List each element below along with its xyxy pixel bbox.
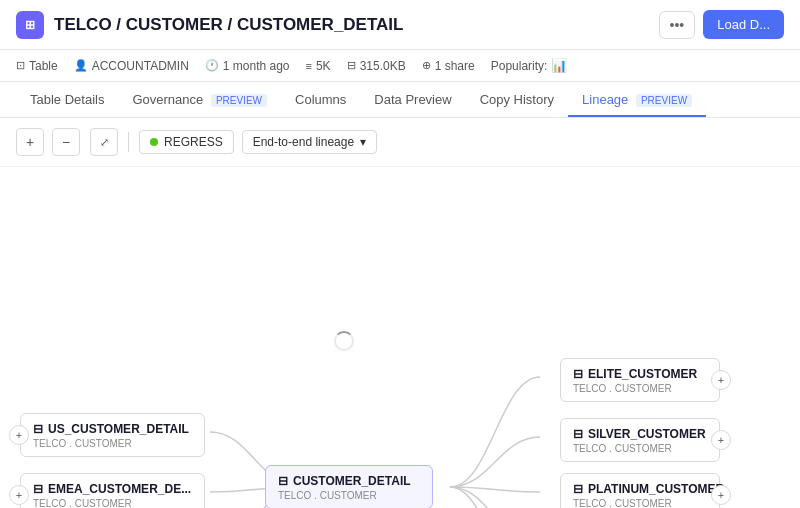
toolbar-divider (128, 132, 129, 152)
tab-copy-history[interactable]: Copy History (466, 82, 568, 117)
meta-popularity: Popularity: 📊 (491, 58, 568, 73)
tabs-bar: Table Details Governance PREVIEW Columns… (0, 82, 800, 118)
silver-node-title: ⊟ SILVER_CUSTOMER (573, 427, 707, 441)
chevron-down-icon: ▾ (360, 135, 366, 149)
owner-icon: 👤 (74, 59, 88, 72)
header: ⊞ TELCO / CUSTOMER / CUSTOMER_DETAIL •••… (0, 0, 800, 50)
filter-label: REGRESS (164, 135, 223, 149)
tab-lineage-label: Lineage (582, 92, 628, 107)
platinum-node-plus[interactable]: + (711, 485, 731, 505)
node-silver-customer: ⊟ SILVER_CUSTOMER TELCO . CUSTOMER + (560, 418, 720, 462)
clock-icon: 🕐 (205, 59, 219, 72)
tab-table-details[interactable]: Table Details (16, 82, 118, 117)
us-node-title: ⊟ US_CUSTOMER_DETAIL (33, 422, 192, 436)
governance-badge: PREVIEW (211, 94, 267, 107)
meta-owner: 👤 ACCOUNTADMIN (74, 59, 189, 73)
tab-data-preview[interactable]: Data Preview (360, 82, 465, 117)
meta-updated: 🕐 1 month ago (205, 59, 290, 73)
center-node-sub: TELCO . CUSTOMER (278, 490, 420, 501)
us-node-plus-left[interactable]: + (9, 425, 29, 445)
share-icon: ⊕ (422, 59, 431, 72)
meta-rows-label: 5K (316, 59, 331, 73)
zoom-out-button[interactable]: − (52, 128, 80, 156)
meta-type: ⊡ Table (16, 59, 58, 73)
popularity-label: Popularity: (491, 59, 548, 73)
meta-type-label: Table (29, 59, 58, 73)
node-platinum-customer: ⊟ PLATINUM_CUSTOMER TELCO . CUSTOMER + (560, 473, 720, 508)
platinum-node-icon: ⊟ (573, 482, 583, 496)
silver-node-sub: TELCO . CUSTOMER (573, 443, 707, 454)
elite-node-plus[interactable]: + (711, 370, 731, 390)
meta-owner-label: ACCOUNTADMIN (92, 59, 189, 73)
emea-node-icon: ⊟ (33, 482, 43, 496)
emea-node-sub: TELCO . CUSTOMER (33, 498, 192, 509)
tab-data-preview-label: Data Preview (374, 92, 451, 107)
size-icon: ⊟ (347, 59, 356, 72)
node-elite-customer: ⊟ ELITE_CUSTOMER TELCO . CUSTOMER + (560, 358, 720, 402)
elite-node-title: ⊟ ELITE_CUSTOMER (573, 367, 707, 381)
us-node-sub: TELCO . CUSTOMER (33, 438, 192, 449)
center-node-title: ⊟ CUSTOMER_DETAIL (278, 474, 420, 488)
platinum-node-title: ⊟ PLATINUM_CUSTOMER (573, 482, 707, 496)
elite-node-icon: ⊟ (573, 367, 583, 381)
node-customer-detail-center: ⊟ CUSTOMER_DETAIL TELCO . CUSTOMER (265, 465, 433, 508)
meta-shares: ⊕ 1 share (422, 59, 475, 73)
elite-node-sub: TELCO . CUSTOMER (573, 383, 707, 394)
expand-button[interactable]: ⤢ (90, 128, 118, 156)
popularity-bars: 📊 (551, 58, 567, 73)
meta-updated-label: 1 month ago (223, 59, 290, 73)
node-emea-customer: + ⊟ EMEA_CUSTOMER_DE... TELCO . CUSTOMER (20, 473, 205, 508)
filter-dot (150, 138, 158, 146)
meta-shares-label: 1 share (435, 59, 475, 73)
dropdown-label: End-to-end lineage (253, 135, 354, 149)
load-button[interactable]: Load D... (703, 10, 784, 39)
tab-columns-label: Columns (295, 92, 346, 107)
rows-icon: ≡ (306, 60, 312, 72)
table-meta-icon: ⊡ (16, 59, 25, 72)
filter-regress[interactable]: REGRESS (139, 130, 234, 154)
breadcrumb: TELCO / CUSTOMER / CUSTOMER_DETAIL (54, 15, 659, 35)
meta-size: ⊟ 315.0KB (347, 59, 406, 73)
node-us-customer-detail: + ⊟ US_CUSTOMER_DETAIL TELCO . CUSTOMER (20, 413, 205, 457)
ellipsis-button[interactable]: ••• (659, 11, 696, 39)
tab-governance[interactable]: Governance PREVIEW (118, 82, 281, 117)
tab-copy-history-label: Copy History (480, 92, 554, 107)
lineage-badge: PREVIEW (636, 94, 692, 107)
lineage-canvas: + ⊟ US_CUSTOMER_DETAIL TELCO . CUSTOMER … (0, 167, 800, 508)
meta-row: ⊡ Table 👤 ACCOUNTADMIN 🕐 1 month ago ≡ 5… (0, 50, 800, 82)
zoom-in-button[interactable]: + (16, 128, 44, 156)
platinum-node-sub: TELCO . CUSTOMER (573, 498, 707, 509)
header-actions: ••• Load D... (659, 10, 784, 39)
meta-size-label: 315.0KB (360, 59, 406, 73)
us-node-icon: ⊟ (33, 422, 43, 436)
emea-node-title: ⊟ EMEA_CUSTOMER_DE... (33, 482, 192, 496)
silver-node-icon: ⊟ (573, 427, 583, 441)
silver-node-plus[interactable]: + (711, 430, 731, 450)
toolbar: + − ⤢ REGRESS End-to-end lineage ▾ (0, 118, 800, 167)
loading-spinner (334, 331, 354, 351)
tab-columns[interactable]: Columns (281, 82, 360, 117)
tab-governance-label: Governance (132, 92, 203, 107)
table-icon: ⊞ (16, 11, 44, 39)
center-node-icon: ⊟ (278, 474, 288, 488)
lineage-type-dropdown[interactable]: End-to-end lineage ▾ (242, 130, 377, 154)
emea-node-plus-left[interactable]: + (9, 485, 29, 505)
tab-table-details-label: Table Details (30, 92, 104, 107)
meta-rows: ≡ 5K (306, 59, 331, 73)
tab-lineage[interactable]: Lineage PREVIEW (568, 82, 706, 117)
